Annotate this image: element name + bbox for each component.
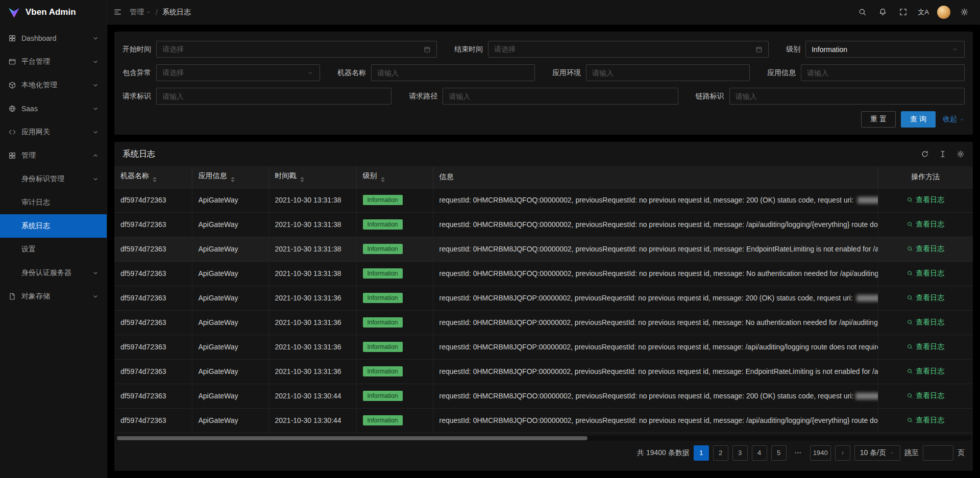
sidebar-item-localization[interactable]: 本地化管理 [0, 73, 107, 97]
column-header-app-info[interactable]: 应用信息 [192, 166, 268, 188]
user-avatar-button[interactable] [934, 0, 953, 24]
view-log-link[interactable]: 查看日志 [906, 391, 944, 400]
view-log-link[interactable]: 查看日志 [906, 293, 944, 303]
pagination-page-3[interactable]: 3 [732, 445, 748, 461]
view-log-link[interactable]: 查看日志 [906, 220, 944, 229]
pagination: 共 19400 条数据 12345•••1940 10 条/页 跳至 页 [114, 441, 973, 464]
cell-timestamp: 2021-10-30 13:31:38 [268, 237, 356, 261]
cell-message: requestId: 0HMCRBM8JQFOQ:00000002, previ… [433, 237, 878, 261]
cell-machine-name: df5974d72363 [114, 212, 192, 237]
pagination-next-page[interactable] [835, 445, 850, 461]
storage-icon [8, 292, 16, 300]
filter-panel: 开始时间请选择结束时间请选择级别Information包含异常请选择机器名称应用… [114, 32, 973, 135]
view-log-label: 查看日志 [916, 416, 944, 425]
field-label: 应用信息 [767, 68, 796, 78]
view-log-link[interactable]: 查看日志 [906, 244, 944, 254]
pagination-page-1940[interactable]: 1940 [810, 445, 831, 461]
view-log-link[interactable]: 查看日志 [906, 269, 944, 278]
sidebar-item-identity-management[interactable]: 身份标识管理 [0, 167, 107, 191]
cell-timestamp: 2021-10-30 13:31:38 [268, 188, 356, 212]
column-header-timestamp[interactable]: 时间戳 [268, 166, 356, 188]
cell-level: Information [356, 188, 433, 212]
app-environment-input[interactable] [586, 64, 750, 81]
field-label: 结束时间 [454, 45, 483, 54]
pagination-page-1[interactable]: 1 [694, 445, 709, 461]
field-label: 应用环境 [552, 68, 581, 78]
column-label: 应用信息 [199, 171, 227, 180]
redacted-blur [857, 197, 878, 204]
field-label: 包含异常 [122, 68, 151, 78]
column-header-machine-name[interactable]: 机器名称 [114, 166, 192, 188]
request-id-input[interactable] [156, 88, 391, 105]
settings-button[interactable] [954, 0, 974, 24]
column-label: 级别 [363, 171, 377, 180]
menu-fold-icon[interactable] [113, 8, 122, 16]
jump-page-input[interactable] [923, 445, 953, 461]
sidebar-item-management[interactable]: 管理 [0, 144, 107, 167]
column-height-icon[interactable] [939, 150, 947, 158]
sidebar-item-app-gateway[interactable]: 应用网关 [0, 120, 107, 144]
filter-actions: 重 置 查 询 收起 [122, 111, 965, 128]
search-icon [906, 392, 913, 399]
breadcrumb-separator: / [156, 8, 158, 16]
notifications-button[interactable] [873, 0, 892, 24]
breadcrumb-root[interactable]: 管理 [130, 8, 151, 17]
table-settings-icon[interactable] [957, 150, 965, 158]
fullscreen-button[interactable] [893, 0, 913, 24]
sidebar-item-saas[interactable]: Saas [0, 97, 107, 120]
table-row: df5974d72363ApiGateWay2021-10-30 13:30:4… [114, 384, 973, 408]
sidebar-item-label: 身份标识管理 [21, 174, 86, 184]
sidebar-item-label: 身份认证服务器 [21, 268, 86, 278]
sidebar-item-object-storage[interactable]: 对象存储 [0, 285, 107, 308]
filter-field-start-time: 开始时间请选择 [122, 41, 437, 58]
language-button[interactable]: 文A [914, 0, 933, 24]
sidebar-item-auth-server[interactable]: 身份认证服务器 [0, 261, 107, 285]
column-header-level[interactable]: 级别 [356, 166, 433, 188]
sidebar-item-system-logs[interactable]: 系统日志 [0, 214, 107, 238]
scrollbar-thumb[interactable] [117, 436, 587, 440]
start-time-date-picker[interactable]: 请选择 [156, 41, 437, 58]
view-log-label: 查看日志 [916, 342, 944, 351]
view-log-link[interactable]: 查看日志 [906, 342, 944, 351]
machine-name-input[interactable] [371, 64, 535, 81]
pagination-page-5[interactable]: 5 [771, 445, 787, 461]
collapse-link[interactable]: 收起 [943, 115, 965, 124]
sidebar-item-platform-management[interactable]: 平台管理 [0, 50, 107, 73]
sidebar-item-dashboard[interactable]: Dashboard [0, 27, 107, 50]
cell-machine-name: df5974d72363 [114, 237, 192, 261]
translate-icon: 文A [918, 8, 929, 17]
logo[interactable]: Vben Admin [0, 0, 107, 24]
view-log-link[interactable]: 查看日志 [906, 318, 944, 327]
sidebar-item-label: 审计日志 [21, 198, 100, 207]
pagination-page-4[interactable]: 4 [752, 445, 767, 461]
has-exception-select[interactable]: 请选择 [156, 64, 320, 81]
view-log-label: 查看日志 [916, 220, 944, 229]
search-button[interactable] [852, 0, 872, 24]
end-time-date-picker[interactable]: 请选择 [488, 41, 769, 58]
column-label: 机器名称 [120, 171, 149, 180]
trace-id-input[interactable] [729, 88, 965, 105]
table-row: df5974d72363ApiGateWay2021-10-30 13:31:3… [114, 335, 973, 359]
search-button[interactable]: 查 询 [901, 111, 936, 128]
cell-app-info: ApiGateWay [192, 335, 268, 359]
pagination-page-2[interactable]: 2 [713, 445, 728, 461]
table-header-row: 机器名称应用信息时间戳级别信息操作方法 [114, 166, 973, 188]
refresh-icon[interactable] [921, 150, 929, 158]
level-select[interactable]: Information [805, 41, 965, 58]
placeholder-text: 请选择 [494, 45, 751, 54]
horizontal-scrollbar[interactable] [116, 436, 971, 441]
view-log-link[interactable]: 查看日志 [906, 195, 944, 205]
sidebar-item-label: 对象存储 [21, 292, 86, 301]
request-path-input[interactable] [443, 88, 678, 105]
page-size-select[interactable]: 10 条/页 [854, 445, 900, 461]
table-row: df5974d72363ApiGateWay2021-10-30 13:31:3… [114, 188, 973, 212]
view-log-link[interactable]: 查看日志 [906, 367, 944, 376]
sidebar-item-audit-logs[interactable]: 审计日志 [0, 191, 107, 214]
sidebar-item-settings[interactable]: 设置 [0, 238, 107, 261]
search-icon [906, 417, 913, 423]
reset-button[interactable]: 重 置 [861, 111, 896, 128]
app-title: Vben Admin [26, 7, 76, 17]
app-info-input[interactable] [801, 64, 965, 81]
view-log-link[interactable]: 查看日志 [906, 416, 944, 425]
localization-icon [8, 81, 16, 89]
